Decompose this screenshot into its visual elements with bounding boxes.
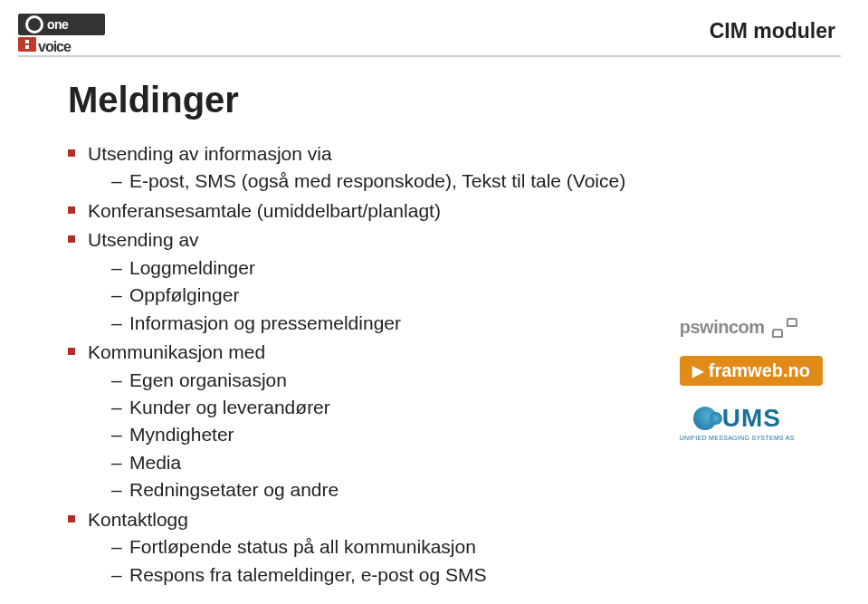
pswincom-logo-text: pswincom bbox=[680, 317, 765, 338]
sub-list-item: – Redningsetater og andre bbox=[111, 476, 841, 503]
sub-list-item-label: Redningsetater og andre bbox=[129, 476, 339, 503]
sub-list-item-label: Media bbox=[129, 449, 181, 476]
sub-list-item-label: Respons fra talemeldinger, e-post og SMS bbox=[129, 561, 487, 589]
square-bullet-icon bbox=[68, 206, 75, 214]
sub-list-item-label: Loggmeldinger bbox=[129, 254, 255, 282]
framweb-play-icon: ▶ bbox=[692, 364, 703, 379]
square-bullet-icon bbox=[68, 515, 75, 523]
sub-list-item: – E-post, SMS (også med responskode), Te… bbox=[111, 168, 841, 195]
sub-list-item: – Fortløpende status på all kommunikasjo… bbox=[111, 533, 841, 561]
sub-list-item-label: Egen organisasjon bbox=[129, 367, 287, 394]
sub-list-item: – Loggmeldinger bbox=[111, 254, 841, 282]
pswincom-logo-icon bbox=[772, 318, 797, 338]
dash-bullet-icon: – bbox=[111, 476, 120, 503]
ums-logo-subtext: UNIFIED MESSAGING SYSTEMS AS bbox=[680, 435, 795, 441]
dash-bullet-icon: – bbox=[111, 421, 120, 448]
partner-logos: pswincom ▶ framweb.no UMS UNIFIED MESSAG… bbox=[680, 317, 823, 441]
section-title: CIM moduler bbox=[710, 19, 841, 43]
list-item: Kontaktlogg – Fortløpende status på all … bbox=[68, 506, 841, 589]
sub-list-item: – Respons fra talemeldinger, e-post og S… bbox=[111, 561, 841, 589]
sub-list-item-label: Kunder og leverandører bbox=[129, 394, 330, 421]
onevoice-logo: one voice bbox=[18, 14, 127, 48]
ums-logo-text: UMS bbox=[722, 404, 781, 433]
dash-bullet-icon: – bbox=[111, 367, 120, 394]
dash-bullet-icon: – bbox=[111, 310, 120, 337]
dash-bullet-icon: – bbox=[111, 282, 120, 309]
sub-list-item: – Media bbox=[111, 449, 841, 476]
list-item-label: Utsending av bbox=[88, 226, 199, 254]
dash-bullet-icon: – bbox=[111, 561, 120, 589]
square-bullet-icon bbox=[68, 348, 75, 355]
logo-text-line2: voice bbox=[38, 39, 71, 55]
list-item-label: Utsending av informasjon via bbox=[88, 140, 332, 168]
sub-list-item: – Oppfølginger bbox=[111, 282, 841, 309]
list-item: Utsending av informasjon via – E-post, S… bbox=[68, 140, 841, 196]
list-item-label: Konferansesamtale (umiddelbart/planlagt) bbox=[88, 197, 441, 225]
slide-title: Meldinger bbox=[68, 80, 841, 120]
framweb-logo-text: framweb.no bbox=[709, 360, 810, 381]
sub-list-item-label: Informasjon og pressemeldinger bbox=[129, 310, 401, 337]
framweb-logo: ▶ framweb.no bbox=[680, 356, 823, 386]
slide-header: one voice CIM moduler bbox=[0, 0, 868, 48]
sub-list-item-label: E-post, SMS (også med responskode), Teks… bbox=[129, 168, 625, 195]
dash-bullet-icon: – bbox=[111, 168, 120, 195]
dash-bullet-icon: – bbox=[111, 394, 120, 421]
sub-list-item-label: Fortløpende status på all kommunikasjon bbox=[129, 533, 476, 561]
ums-logo: UMS UNIFIED MESSAGING SYSTEMS AS bbox=[680, 404, 795, 441]
square-bullet-icon bbox=[68, 149, 75, 157]
list-item-label: Kontaktlogg bbox=[88, 506, 188, 533]
dash-bullet-icon: – bbox=[111, 533, 120, 561]
logo-text-line1: one bbox=[47, 17, 68, 32]
sub-list-item-label: Oppfølginger bbox=[129, 282, 239, 309]
ums-logo-icon bbox=[693, 407, 717, 430]
dash-bullet-icon: – bbox=[111, 449, 120, 476]
pswincom-logo: pswincom bbox=[680, 317, 797, 338]
list-item: Konferansesamtale (umiddelbart/planlagt) bbox=[68, 197, 841, 225]
sub-list-item-label: Myndigheter bbox=[129, 421, 234, 448]
list-item-label: Kommunikasjon med bbox=[88, 339, 265, 366]
square-bullet-icon bbox=[68, 235, 75, 243]
dash-bullet-icon: – bbox=[111, 254, 120, 282]
